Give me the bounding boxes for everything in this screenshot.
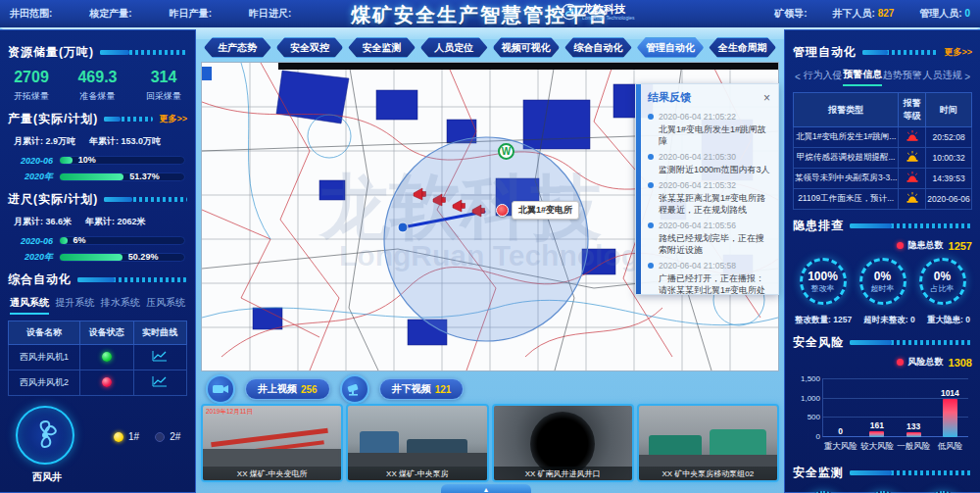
tab-hoisting-system[interactable]: 提升系统 [55, 296, 94, 315]
footage-bar-year: 2020年 50.29% [8, 247, 187, 264]
tab-drainage-system[interactable]: 排水系统 [101, 296, 140, 315]
hazard-title: 隐患排查 [793, 218, 844, 234]
bar-major-risk: 0 重大风险 [824, 378, 858, 437]
automation-tabs: 通风系统 提升系统 排水系统 压风系统 [8, 288, 187, 315]
table-row[interactable]: 西风井风机1 [9, 345, 187, 370]
video-thumbnail[interactable]: XX 矿中央泵房移动泵组02 [637, 404, 779, 482]
output-bar-year: 2020年 51.37% [8, 167, 187, 183]
nav-tab-lifecycle[interactable]: 全生命周期 [709, 37, 776, 58]
table-row[interactable]: 北翼1#变电所发生1#跳闸... 20:52:08 [794, 127, 972, 148]
curve-icon[interactable] [152, 375, 168, 388]
risk-title: 安全风险 [793, 334, 844, 351]
fan-icon[interactable] [16, 406, 74, 465]
tabs-right-arrow-icon[interactable]: > [962, 72, 972, 82]
feedback-entry: 2020-06-04 21:05:58 广播已经打开，正在播报：请张某某到北翼1… [636, 258, 778, 295]
logo-sub: LongRuan Technologies [582, 15, 635, 21]
nav-tab-safety-monitoring[interactable]: 安全监测 [348, 37, 416, 58]
table-row[interactable]: 甲烷传感器调校超期提醒... 10:00:32 [794, 148, 972, 169]
alarm-lamp-icon-yellow [906, 151, 919, 163]
surface-video-button[interactable]: 井上视频256 [245, 378, 330, 400]
brand-logo: 龙软科技 LongRuan Technologies [561, 3, 635, 21]
nav-tab-integrated-automation[interactable]: 综合自动化 [564, 37, 632, 58]
footage-accumulation: 月累计: 36.6米 年累计: 2062米 [8, 208, 187, 230]
curve-icon[interactable] [152, 350, 168, 363]
bullet-dot [648, 114, 654, 120]
mgmt-more-link[interactable]: 更多>> [944, 46, 972, 59]
progress-track: 51.37% [59, 173, 185, 181]
table-row[interactable]: 西风井风机2 [9, 370, 187, 396]
monitor-title: 安全监测 [793, 465, 844, 481]
device-table-header: 设备名称 设备状态 实时曲线 [9, 321, 187, 345]
video-timestamp: 2019年12月11日 [206, 408, 253, 417]
tab-personnel-violation[interactable]: 人员违规 [922, 69, 961, 85]
stat-prepared-coal: 469.3准备煤量 [77, 69, 117, 103]
surface-camera-icon[interactable] [206, 374, 235, 404]
tab-trend-warning[interactable]: 趋势预警 [883, 69, 922, 85]
bar-greater-risk: 161 较大风险 [860, 378, 894, 437]
alarm-lamp-icon-yellow [906, 192, 919, 204]
ring-rectification-rate: 100%整改率 [800, 258, 847, 305]
underground-count: 827 [878, 8, 895, 19]
video-caption: XX 煤矿-中央变电所 [203, 467, 341, 480]
video-thumbnail[interactable]: XX 煤矿-中央泵房 [346, 404, 488, 482]
ring-proportion-rate: 0%占比率 [919, 258, 966, 305]
tab-warning-info[interactable]: 预警信息 [843, 68, 882, 86]
nav-tab-dual-control[interactable]: 安全双控 [276, 37, 344, 58]
output-section-header: 产量(实际/计划) 更多>> [8, 111, 187, 127]
video-strip: 2019年12月11日 XX 煤矿-中央变电所 XX 煤矿-中央泵房 XX 矿南… [201, 404, 779, 482]
nav-tab-management-automation[interactable]: 管理自动化 [637, 37, 705, 58]
output-more-link[interactable]: 更多>> [159, 113, 187, 125]
video-thumbnail[interactable]: XX 矿南风井进风井口 [492, 404, 634, 482]
bullet-dot [648, 263, 654, 269]
hazard-total-value: 1257 [949, 240, 972, 252]
underground-video-button[interactable]: 井下视频121 [379, 378, 465, 400]
tabs-left-arrow-icon[interactable]: < [793, 72, 803, 82]
fan-status-area: 西风井 1# 2# [8, 406, 187, 490]
substation-label[interactable]: 北翼1#变电所 [496, 201, 579, 220]
table-row[interactable]: 21109工作面来压，预计... 2020-06-06 [794, 189, 972, 210]
map-marker-w[interactable]: W [498, 143, 514, 160]
status-dot-red [102, 377, 112, 387]
legend-fan-2: 2# [155, 431, 180, 442]
bullet-dot [648, 154, 654, 160]
underground-camera-icon[interactable] [340, 374, 369, 404]
close-icon[interactable]: × [763, 93, 770, 103]
video-caption: XX 矿南风井进风井口 [494, 467, 632, 480]
hazard-total: 隐患总数 1257 [793, 239, 972, 252]
nav-tab-personnel-location[interactable]: 人员定位 [420, 37, 488, 58]
feedback-entry: 2020-06-04 21:05:30 监测附近1000m范围内有3人 [636, 149, 778, 177]
tab-ventilation-system[interactable]: 通风系统 [10, 296, 49, 315]
resource-title: 资源储量(万吨) [8, 44, 94, 61]
monitor-section-header: 安全监测 [793, 465, 972, 481]
center-area: 生产态势 安全双控 安全监测 人员定位 视频可视化 综合自动化 管理自动化 全生… [196, 27, 784, 493]
nav-tab-production[interactable]: 生产态势 [204, 37, 271, 58]
field-yesterday-output: 昨日产量: [170, 7, 212, 21]
progress-track: 6% [59, 236, 185, 245]
feedback-entry: 2020-06-04 21:05:22 北翼1#变电所发生1#跳闸故障 [636, 109, 778, 149]
stat-developed-coal: 2709开拓煤量 [14, 69, 49, 103]
alarm-table: 报警类型 报警等级 时间 北翼1#变电所发生1#跳闸... 20:52:08 甲… [793, 92, 972, 210]
risk-total: 风险总数 1308 [793, 356, 972, 369]
table-row[interactable]: 某领导未到中央副泵房3-3... 14:39:53 [794, 169, 972, 189]
top-header-bar: 井田范围: 核定产量: 昨日产量: 昨日进尺: 煤矿安全生产智慧管控平台 龙软科… [0, 0, 980, 27]
video-thumbnail[interactable]: 2019年12月11日 XX 煤矿-中央变电所 [201, 404, 343, 482]
tab-compressed-air-system[interactable]: 压风系统 [146, 296, 185, 315]
mgmt-automation-header: 管理自动化 更多>> [793, 44, 972, 61]
bar-general-risk: 133 一般风险 [897, 378, 930, 437]
alert-badge-icon [496, 204, 509, 217]
legend-fan-1: 1# [114, 431, 139, 442]
output-accumulation: 月累计: 2.9万吨 年累计: 153.0万吨 [8, 127, 187, 150]
header-right-stats: 矿领导: 井下人员: 827 管理人员: 0 [774, 7, 970, 21]
ring-overtime-rate: 0%超时率 [859, 258, 906, 305]
progress-track: 50.29% [59, 253, 185, 262]
map-toolbar-chip[interactable] [202, 67, 212, 80]
underground-personnel: 井下人员: 827 [833, 7, 895, 21]
field-approved-output: 核定产量: [89, 7, 131, 21]
stat-mining-coal: 314回采煤量 [146, 69, 181, 103]
nav-tab-video[interactable]: 视频可视化 [493, 37, 561, 58]
tab-behavior-intrusion[interactable]: 行为入侵 [804, 69, 843, 85]
device-table: 设备名称 设备状态 实时曲线 西风井风机1 西风井风机2 [8, 320, 187, 396]
video-caption: XX 矿中央泵房移动泵组02 [639, 467, 777, 480]
risk-bar-chart: 1,500 1,000 500 0 0 重大风险 161 较大风险 133 [793, 372, 972, 457]
collapse-strip-button[interactable]: ▲ [441, 484, 531, 493]
